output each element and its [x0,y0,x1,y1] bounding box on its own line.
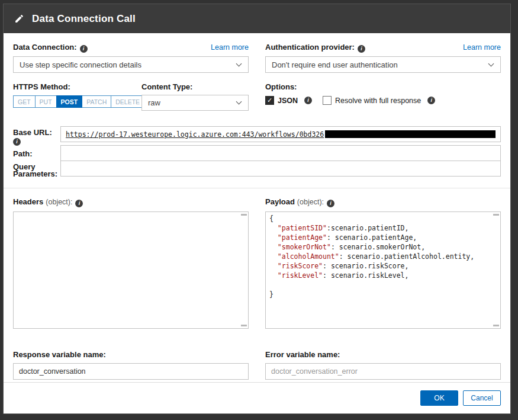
response-variable-label: Response variable name: [13,350,249,359]
edit-pencil-icon [14,14,24,24]
section-divider [4,188,510,188]
json-checkbox[interactable]: JSON [265,96,312,105]
scrollbar-top-dash [241,214,247,216]
info-icon[interactable] [358,45,365,53]
resolve-checkbox-box[interactable] [323,96,332,105]
data-connection-label: Data Connection: [13,43,88,53]
dialog-title: Data Connection Call [32,13,136,25]
method-put-button[interactable]: PUT [35,95,57,108]
auth-provider-label: Authentication provider: [265,43,365,53]
ok-button[interactable]: OK [420,390,458,406]
dialog-footer: OK Cancel [4,382,510,413]
data-connection-selected-value: Use step specific connection details [20,60,141,69]
auth-provider-selected-value: Don't require end user authentication [272,60,398,69]
content-type-selected-value: raw [148,98,160,107]
resolve-full-response-checkbox[interactable]: Resolve with full response [323,96,435,105]
data-connection-select[interactable]: Use step specific connection details [13,56,249,73]
json-checkbox-box[interactable] [265,96,274,105]
error-variable-label: Error variable name: [265,350,501,359]
cancel-button[interactable]: Cancel [463,390,501,406]
dialog-body: Data Connection: Learn more Use step spe… [4,33,510,382]
resolve-checkbox-label: Resolve with full response [335,97,421,105]
method-patch-button[interactable]: PATCH [82,95,111,108]
info-icon[interactable] [75,200,83,207]
method-post-button[interactable]: POST [56,95,83,108]
scrollbar-bottom-dash [493,325,499,326]
json-checkbox-label: JSON [278,97,298,105]
chevron-down-icon [236,60,242,66]
data-connection-call-dialog: Data Connection Call Data Connection: Le… [4,4,510,413]
auth-provider-learn-more-link[interactable]: Learn more [463,43,501,52]
chevron-down-icon [488,60,494,66]
error-variable-input[interactable] [265,363,501,380]
dialog-header: Data Connection Call [4,4,510,33]
headers-label: Headers(object): [13,196,249,207]
content-type-select[interactable]: raw [141,95,249,111]
response-variable-input[interactable] [13,363,249,380]
options-label: Options: [265,82,501,91]
auth-provider-select[interactable]: Don't require end user authentication [265,56,501,73]
payload-code: { "patientSID":scenario.patientID, "pati… [266,212,500,328]
payload-editor[interactable]: { "patientSID":scenario.patientID, "pati… [265,211,501,329]
info-icon[interactable] [80,45,88,53]
base-url-link[interactable]: https://prod-17.westeurope.logic.azure.c… [66,130,324,139]
info-icon[interactable] [427,97,435,104]
scrollbar-bottom-dash [241,325,247,326]
query-parameters-input[interactable] [60,161,501,177]
info-icon[interactable] [327,200,334,207]
content-type-label: Content Type: [141,82,249,91]
headers-textarea[interactable] [14,212,248,328]
method-get-button[interactable]: GET [13,95,36,108]
query-parameters-label: Query Parameters: [13,163,60,178]
redaction-bar [325,130,496,138]
base-url-label: Base URL: [13,129,60,136]
https-method-group: GETPUTPOSTPATCHDELETE [13,95,141,108]
payload-label: Payload(object): [265,196,501,207]
path-input[interactable] [60,145,501,161]
data-connection-learn-more-link[interactable]: Learn more [211,43,249,52]
path-label: Path: [13,150,33,158]
info-icon[interactable] [304,97,312,104]
chevron-down-icon [236,99,242,105]
https-method-label: HTTPS Method: [13,82,141,91]
base-url-input[interactable]: https://prod-17.westeurope.logic.azure.c… [60,126,501,142]
scrollbar-top-dash [493,214,499,216]
method-delete-button[interactable]: DELETE [111,95,144,108]
